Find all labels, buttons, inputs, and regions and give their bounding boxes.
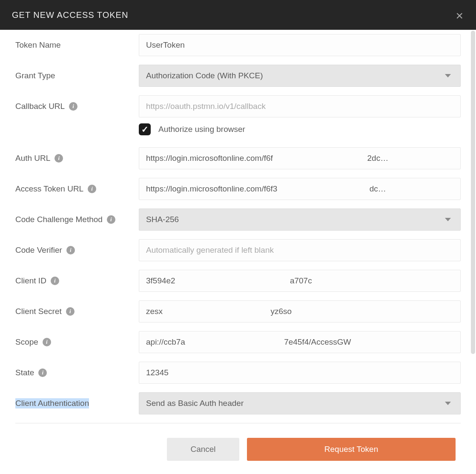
grant-type-label: Grant Type	[15, 71, 55, 80]
auth-url-label: Auth URL	[15, 154, 50, 163]
chevron-down-icon	[445, 74, 451, 77]
modal-title: GET NEW ACCESS TOKEN	[12, 10, 128, 20]
chevron-down-icon	[445, 218, 451, 221]
grant-type-value: Authorization Code (With PKCE)	[146, 71, 263, 80]
scope-label: Scope	[15, 337, 38, 347]
authorize-browser-label: Authorize using browser	[158, 125, 245, 134]
modal-body: Token Name Grant Type Authorization Code…	[0, 30, 476, 425]
state-input[interactable]	[139, 362, 461, 384]
code-challenge-select[interactable]: SHA-256	[139, 208, 461, 231]
token-name-input[interactable]	[139, 34, 461, 56]
token-name-label: Token Name	[15, 40, 61, 50]
close-icon[interactable]: ×	[456, 9, 463, 23]
info-icon[interactable]: i	[88, 185, 96, 193]
access-token-url-label: Access Token URL	[15, 184, 83, 194]
client-secret-label: Client Secret	[15, 307, 62, 316]
request-token-button[interactable]: Request Token	[247, 438, 456, 461]
info-icon[interactable]: i	[66, 307, 75, 316]
code-challenge-value: SHA-256	[146, 215, 179, 224]
checkmark-icon: ✓	[141, 124, 149, 134]
oauth-token-modal: GET NEW ACCESS TOKEN × Token Name Grant …	[0, 0, 476, 474]
info-icon[interactable]: i	[69, 102, 77, 111]
state-label: State	[15, 368, 34, 377]
access-token-url-input[interactable]	[139, 178, 461, 200]
callback-url-input[interactable]	[139, 95, 461, 117]
modal-header: GET NEW ACCESS TOKEN	[0, 0, 476, 30]
client-id-input[interactable]	[139, 270, 461, 292]
client-secret-input[interactable]	[139, 300, 461, 323]
authorize-browser-checkbox[interactable]: ✓	[139, 123, 151, 135]
info-icon[interactable]: i	[54, 154, 63, 163]
modal-footer: Cancel Request Token	[0, 425, 476, 474]
info-icon[interactable]: i	[51, 277, 59, 285]
code-verifier-input[interactable]	[139, 239, 461, 261]
scope-input[interactable]	[139, 331, 461, 353]
chevron-down-icon	[445, 402, 451, 405]
grant-type-select[interactable]: Authorization Code (With PKCE)	[139, 65, 461, 87]
client-id-label: Client ID	[15, 276, 46, 286]
client-auth-label: Client Authentication	[15, 398, 89, 408]
code-challenge-label: Code Challenge Method	[15, 215, 103, 224]
info-icon[interactable]: i	[107, 215, 115, 224]
code-verifier-label: Code Verifier	[15, 246, 62, 255]
divider	[15, 423, 461, 423]
info-icon[interactable]: i	[43, 338, 51, 346]
info-icon[interactable]: i	[38, 368, 47, 377]
client-auth-select[interactable]: Send as Basic Auth header	[139, 392, 461, 414]
auth-url-input[interactable]	[139, 147, 461, 169]
client-auth-value: Send as Basic Auth header	[146, 399, 244, 408]
callback-url-label: Callback URL	[15, 102, 65, 111]
info-icon[interactable]: i	[66, 246, 75, 254]
cancel-button[interactable]: Cancel	[167, 438, 239, 461]
